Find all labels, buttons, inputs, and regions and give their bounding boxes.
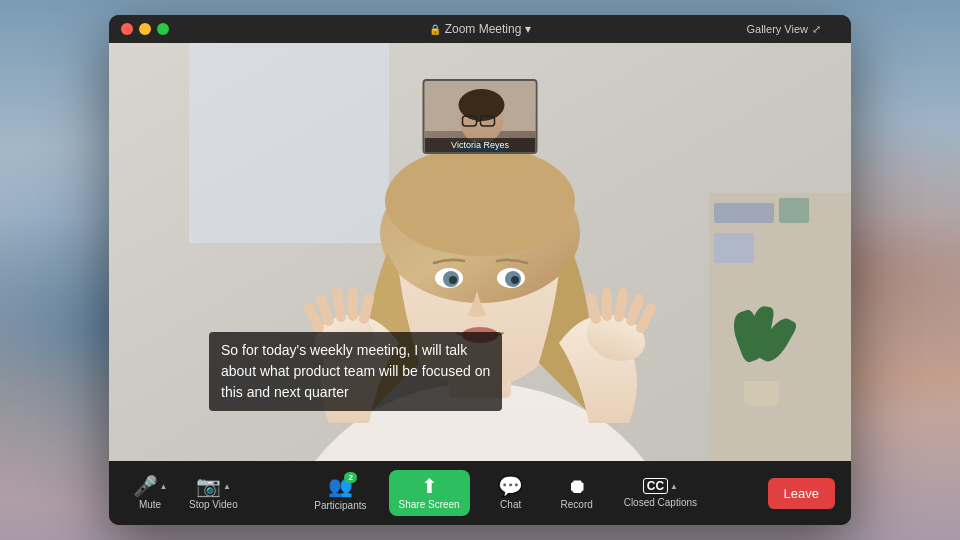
svg-point-10 (385, 146, 575, 256)
mute-label: Mute (139, 499, 161, 510)
main-video-area: So for today's weekly meeting, I will ta… (109, 43, 851, 461)
title-bar: 🔒 Zoom Meeting ▾ Gallery View ⤢ (109, 15, 851, 43)
gallery-view-button[interactable]: Gallery View ⤢ (746, 23, 821, 36)
stop-video-button[interactable]: 📷 ▲ Stop Video (183, 472, 244, 514)
closed-captions-label: Closed Captions (624, 497, 697, 508)
svg-rect-1 (189, 43, 389, 243)
chat-icon: 💬 (498, 476, 523, 496)
chat-button[interactable]: 💬 Chat (486, 472, 536, 514)
record-icon: ⏺ (567, 476, 587, 496)
svg-line-29 (591, 298, 596, 319)
toolbar-left-controls: 🎤 ▲ Mute 📷 ▲ Stop Video (125, 472, 244, 514)
expand-icon: ⤢ (812, 23, 821, 36)
mute-button[interactable]: 🎤 ▲ Mute (125, 472, 175, 514)
svg-line-21 (337, 293, 341, 317)
record-button[interactable]: ⏺ Record (552, 472, 602, 514)
toolbar-center-controls: 👥 2 Participants ⬆ Share Screen 💬 Chat ⏺… (308, 470, 703, 516)
lock-icon: 🔒 (429, 24, 441, 35)
zoom-window: 🔒 Zoom Meeting ▾ Gallery View ⤢ (109, 15, 851, 525)
mute-chevron-icon: ▲ (160, 482, 168, 491)
participants-button[interactable]: 👥 2 Participants (308, 472, 372, 515)
participants-label: Participants (314, 500, 366, 511)
window-controls (121, 23, 169, 35)
participants-wrapper: 👥 2 (328, 476, 353, 497)
mute-btn-inner: 🎤 ▲ (133, 476, 168, 496)
svg-line-27 (619, 293, 623, 317)
minimize-button[interactable] (139, 23, 151, 35)
pip-person-name: Victoria Reyes (425, 138, 536, 152)
caption-line-1: So for today's weekly meeting, I will ta… (221, 340, 490, 361)
leave-button[interactable]: Leave (768, 478, 835, 509)
pip-video: Victoria Reyes (423, 79, 538, 154)
close-button[interactable] (121, 23, 133, 35)
svg-rect-4 (779, 198, 809, 223)
window-title: 🔒 Zoom Meeting ▾ (429, 22, 532, 36)
video-btn-inner: 📷 ▲ (196, 476, 231, 496)
svg-point-15 (449, 276, 457, 284)
svg-rect-3 (714, 203, 774, 223)
microphone-icon: 🎤 (133, 476, 158, 496)
toolbar: 🎤 ▲ Mute 📷 ▲ Stop Video 👥 2 Part (109, 461, 851, 525)
svg-point-16 (511, 276, 519, 284)
caption-box: So for today's weekly meeting, I will ta… (209, 332, 502, 411)
share-screen-icon: ⬆ (421, 476, 438, 496)
share-screen-button[interactable]: ⬆ Share Screen (389, 470, 470, 516)
maximize-button[interactable] (157, 23, 169, 35)
camera-icon: 📷 (196, 476, 221, 496)
record-label: Record (561, 499, 593, 510)
stop-video-label: Stop Video (189, 499, 238, 510)
plant-decoration (731, 301, 791, 401)
chevron-down-icon[interactable]: ▾ (525, 22, 531, 36)
svg-line-23 (364, 298, 369, 319)
chat-label: Chat (500, 499, 521, 510)
cc-chevron-icon: ▲ (670, 482, 678, 491)
cc-icon: CC (643, 478, 668, 494)
caption-line-3: this and next quarter (221, 382, 490, 403)
plant-pot (744, 381, 779, 406)
plant-leaves (731, 301, 791, 381)
share-screen-label: Share Screen (399, 499, 460, 510)
caption-line-2: about what product team will be focused … (221, 361, 490, 382)
video-chevron-icon: ▲ (223, 482, 231, 491)
svg-rect-5 (714, 233, 754, 263)
cc-btn-inner: CC ▲ (643, 478, 678, 494)
toolbar-right-controls: Leave (768, 478, 835, 509)
closed-captions-button[interactable]: CC ▲ Closed Captions (618, 474, 703, 512)
participants-count-badge: 2 (344, 472, 356, 483)
